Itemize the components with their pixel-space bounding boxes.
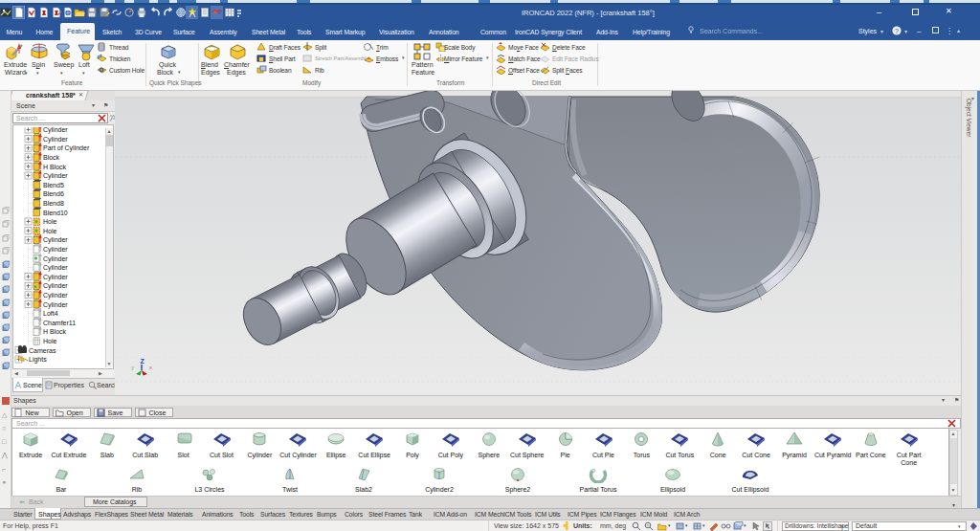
svg-text:Blend8: Blend8	[43, 200, 64, 207]
svg-text:x: x	[149, 365, 152, 370]
svg-text:Hole: Hole	[43, 338, 57, 344]
svg-text:Cylinder: Cylinder	[43, 246, 68, 254]
svg-text:Lights: Lights	[29, 356, 47, 364]
svg-text:Cylinder: Cylinder	[43, 172, 68, 180]
svg-text:Hole: Hole	[43, 218, 57, 225]
svg-text:Blend10: Blend10	[43, 210, 68, 216]
svg-text:Part of Cylinder: Part of Cylinder	[43, 144, 90, 152]
svg-text:Z: Z	[141, 358, 145, 365]
svg-text:y: y	[131, 365, 134, 370]
svg-text:Cylinder: Cylinder	[43, 274, 68, 281]
svg-text:Cylinder: Cylinder	[43, 236, 68, 244]
svg-text:Chamfer11: Chamfer11	[43, 320, 76, 326]
svg-text:Loft4: Loft4	[43, 310, 58, 317]
svg-text:Cylinder: Cylinder	[43, 264, 68, 272]
svg-text:Cylinder: Cylinder	[43, 282, 68, 290]
svg-text:Cylinder: Cylinder	[43, 292, 68, 299]
svg-text:Blend5: Blend5	[43, 182, 64, 188]
svg-text:Cylinder: Cylinder	[43, 301, 68, 309]
svg-text:Cylinder: Cylinder	[43, 255, 68, 263]
svg-text:H Block: H Block	[43, 164, 67, 170]
svg-text:Hole: Hole	[43, 228, 57, 234]
svg-text:Blend6: Blend6	[43, 190, 64, 197]
svg-text:Cylinder: Cylinder	[43, 127, 68, 134]
svg-text:Cameras: Cameras	[29, 347, 56, 354]
svg-text:?: ?	[895, 28, 899, 34]
svg-text:Block: Block	[43, 154, 60, 161]
svg-text:H Block: H Block	[43, 328, 67, 335]
svg-text:Cylinder: Cylinder	[43, 136, 68, 144]
